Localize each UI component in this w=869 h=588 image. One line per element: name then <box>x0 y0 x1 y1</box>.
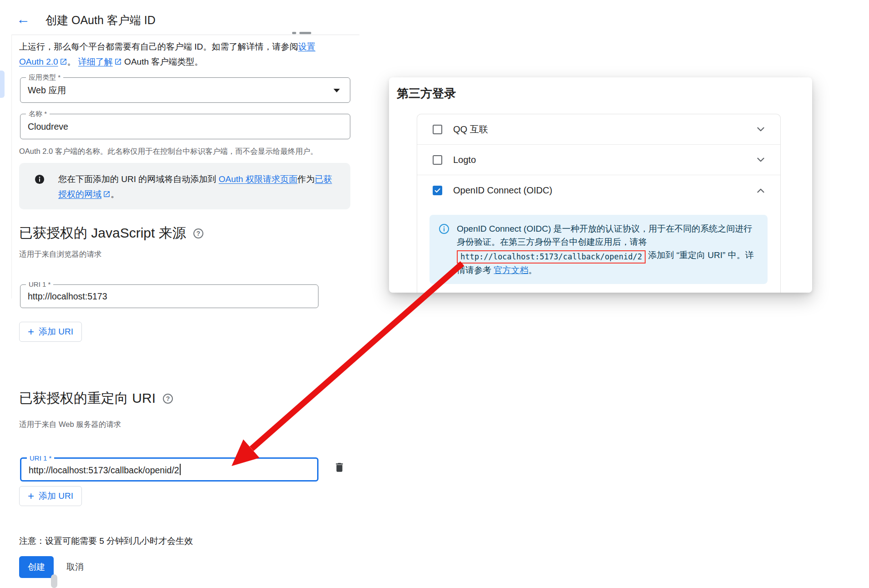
intro-text: OAuth 客户端类型。 <box>122 57 203 66</box>
redirect-uri-value: http://localhost:5173/callback/openid/2 <box>29 464 181 476</box>
redirect-uri-label: URI 1 * <box>27 454 54 463</box>
third-party-login-panel: 第三方登录 QQ 互联 Logto OpenID Connect (OIDC) … <box>389 77 812 293</box>
provider-row-oidc[interactable]: OpenID Connect (OIDC) <box>417 175 780 206</box>
nav-highlight-fragment <box>0 71 5 98</box>
provider-row-qq[interactable]: QQ 互联 <box>417 114 780 145</box>
page-title: 创建 OAuth 客户端 ID <box>45 13 156 28</box>
checkbox-unchecked[interactable] <box>433 155 442 165</box>
js-origin-uri-field[interactable]: URI 1 * http://localhost:5173 <box>20 284 318 308</box>
scrollbar-fragment[interactable] <box>51 574 57 588</box>
provider-row-logto[interactable]: Logto <box>417 145 780 175</box>
trash-icon <box>333 461 345 473</box>
panel-title: 第三方登录 <box>397 86 456 101</box>
chevron-up-icon[interactable] <box>755 185 767 197</box>
intro-text: 上运行，那么每个平台都需要有自己的客户端 ID。如需了解详情，请参阅 <box>19 42 298 51</box>
app-type-value: Web 应用 <box>28 84 66 96</box>
intro-paragraph: 上运行，那么每个平台都需要有自己的客户端 ID。如需了解详情，请参阅设置 OAu… <box>19 39 333 69</box>
client-name-field[interactable]: 名称 * Cloudreve <box>20 114 350 139</box>
redirect-uri-heading: 已获授权的重定向 URI ? <box>19 389 173 408</box>
callback-url-code: http://localhost:5173/callback/openid/2 <box>457 250 646 264</box>
header-divider <box>11 35 359 35</box>
consent-page-link[interactable]: OAuth 权限请求页面 <box>219 174 298 184</box>
back-arrow-icon[interactable]: ← <box>16 12 30 26</box>
official-docs-link[interactable]: 官方文档 <box>494 265 528 275</box>
info-circle-icon <box>439 223 450 234</box>
plus-icon: + <box>28 326 34 337</box>
delete-uri-button[interactable] <box>333 461 347 477</box>
dropdown-caret-icon[interactable] <box>333 89 340 92</box>
domain-notice: 您在下面添加的 URI 的网域将自动添加到 OAuth 权限请求页面作为已获授权… <box>19 163 350 209</box>
clipped-text-fragment <box>299 32 311 34</box>
cancel-button[interactable]: 取消 <box>64 556 86 578</box>
chevron-down-icon[interactable] <box>755 123 767 135</box>
client-name-value: Cloudreve <box>28 122 68 132</box>
screen: ← 创建 OAuth 客户端 ID 上运行，那么每个平台都需要有自己的客户端 I… <box>0 0 869 588</box>
learn-more-link[interactable]: 详细了解 <box>78 57 113 66</box>
intro-sep: 。 <box>67 57 78 66</box>
oidc-alert-text: OpenID Connect (OIDC) 是一种开放的认证协议，用于在不同的系… <box>457 222 758 277</box>
oidc-info-alert: OpenID Connect (OIDC) 是一种开放的认证协议，用于在不同的系… <box>429 215 768 284</box>
external-link-icon <box>60 58 67 66</box>
add-js-origin-button[interactable]: + 添加 URI <box>19 322 82 342</box>
create-button[interactable]: 创建 <box>19 556 54 578</box>
app-type-select[interactable]: 应用类型 * Web 应用 <box>20 77 350 103</box>
js-origin-uri-label: URI 1 * <box>26 280 53 289</box>
help-icon[interactable]: ? <box>193 228 203 238</box>
app-type-label: 应用类型 * <box>26 73 63 82</box>
client-name-label: 名称 * <box>26 109 50 118</box>
external-link-icon <box>103 190 111 198</box>
external-link-icon <box>114 58 122 66</box>
client-name-helper: OAuth 2.0 客户端的名称。此名称仅用于在控制台中标识客户端，而不会显示给… <box>19 147 318 157</box>
text-cursor <box>180 464 181 475</box>
redirect-uri-subtitle: 适用于来自 Web 服务器的请求 <box>19 420 121 430</box>
propagation-note: 注意：设置可能需要 5 分钟到几小时才会生效 <box>19 535 193 547</box>
redirect-uri-field[interactable]: URI 1 * http://localhost:5173/callback/o… <box>20 457 318 482</box>
js-origin-uri-value: http://localhost:5173 <box>28 291 107 302</box>
js-origins-heading: 已获授权的 JavaScript 来源 ? <box>19 224 203 243</box>
js-origins-subtitle: 适用于来自浏览器的请求 <box>19 249 102 259</box>
info-icon <box>35 174 45 184</box>
checkbox-checked[interactable] <box>433 186 442 195</box>
help-icon[interactable]: ? <box>163 394 173 404</box>
chevron-down-icon[interactable] <box>755 154 767 166</box>
plus-icon: + <box>28 491 34 502</box>
clipped-text-fragment <box>292 32 296 34</box>
content-left-border <box>11 35 12 299</box>
domain-notice-text: 您在下面添加的 URI 的网域将自动添加到 OAuth 权限请求页面作为已获授权… <box>58 172 339 202</box>
add-redirect-uri-button[interactable]: + 添加 URI <box>19 486 82 506</box>
checkbox-unchecked[interactable] <box>433 125 442 134</box>
